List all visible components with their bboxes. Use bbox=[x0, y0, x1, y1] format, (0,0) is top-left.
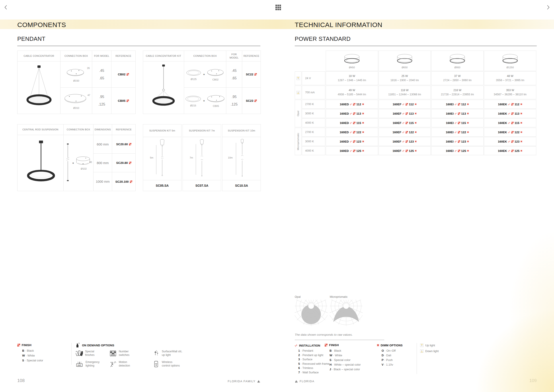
ref-code: 160ED bbox=[340, 112, 349, 115]
separator: · bbox=[332, 349, 333, 352]
ref-suffix: 112 bbox=[356, 103, 361, 106]
installation-icon: ✂ bbox=[507, 112, 511, 116]
install-value: Pendant bbox=[303, 349, 313, 352]
ring-luminaire-icon bbox=[499, 53, 521, 66]
reference-cell: 160EF✂113✖ bbox=[379, 109, 431, 118]
ring-diagram-icon bbox=[184, 94, 202, 103]
ref-code: 160ED bbox=[340, 149, 349, 153]
dimm-options-icon: ✖ bbox=[467, 121, 469, 124]
finish-legend-items: B · Black W · White S · Special color bbox=[22, 349, 43, 362]
plus-sign: + bbox=[203, 99, 205, 102]
grid-menu-icon[interactable] bbox=[276, 5, 281, 10]
ref-suffix: 112 bbox=[461, 103, 466, 106]
column-header: CENTRAL ROD SUSPENSION bbox=[18, 124, 64, 135]
finish-icon bbox=[458, 122, 460, 124]
od-label: Special bbox=[85, 350, 94, 353]
dimm-value: On–Off bbox=[387, 349, 396, 352]
kelvin-label: 4000 K bbox=[302, 119, 325, 127]
od-label: up light bbox=[162, 353, 171, 357]
finish-icon bbox=[406, 140, 408, 143]
dimension-value: 1000 mm bbox=[96, 178, 110, 185]
diameter-label: Ø125 bbox=[191, 78, 197, 80]
kit-code: SC05.SA bbox=[143, 180, 181, 191]
finish-icon bbox=[353, 150, 355, 152]
separator: · bbox=[301, 366, 302, 370]
kelvin-label: 2700 K bbox=[302, 100, 325, 109]
down-light-icon bbox=[420, 350, 423, 353]
finish-icon bbox=[254, 99, 257, 102]
finish-value: Black bbox=[334, 349, 341, 352]
model-value: .95 bbox=[232, 93, 236, 101]
group-name: Microprismatic bbox=[297, 133, 299, 150]
dimm-title-row: ✖ DIMM OPTIONS bbox=[377, 343, 403, 347]
dimm-options-icon: ✖ bbox=[520, 121, 522, 124]
install-key: 1 bbox=[298, 349, 300, 352]
special-finishes-icon bbox=[76, 350, 83, 357]
ref-suffix: 123 bbox=[515, 140, 520, 143]
section-title-pendant: PENDANT bbox=[17, 35, 45, 42]
finish-icon bbox=[126, 73, 129, 76]
dimm-options-icon: ✖ bbox=[520, 149, 522, 152]
dimm-options-icon: ✖ bbox=[362, 140, 364, 143]
model-value: .45 bbox=[232, 67, 236, 75]
model-value: .125 bbox=[231, 101, 238, 108]
connection-box-drawing: Ø125 + CB02 bbox=[184, 61, 226, 88]
box-label: CB05 bbox=[213, 105, 219, 107]
finish-key: B bbox=[330, 349, 332, 352]
install-key: 7 bbox=[298, 371, 300, 374]
diameter-label: Ø102 bbox=[81, 168, 87, 170]
installation-icon: ✂ bbox=[454, 130, 457, 134]
model-diameter: Ø1250 bbox=[506, 66, 514, 69]
wattage: 353 W bbox=[506, 88, 514, 92]
dimm-key: O bbox=[381, 349, 384, 352]
reference-code: CB02 bbox=[118, 73, 126, 76]
dimm-options-icon: ✖ bbox=[520, 131, 522, 134]
finish-key: H bbox=[330, 363, 332, 366]
ref-code: 160EF bbox=[392, 140, 401, 143]
model-value: .65 bbox=[99, 75, 104, 82]
ref-code: 160ED bbox=[340, 103, 349, 106]
down-light-icon bbox=[295, 86, 301, 99]
ref-suffix: 113 bbox=[515, 112, 519, 115]
finish-icon bbox=[511, 131, 514, 133]
box-label: CB02 bbox=[213, 78, 219, 81]
group-name: Opal bbox=[297, 111, 299, 116]
ref-code: 160ED bbox=[340, 121, 349, 125]
column-header: FOR MODEL bbox=[92, 51, 111, 61]
ref-suffix: 125 bbox=[461, 149, 466, 153]
model-column-header: Ø450 bbox=[326, 50, 378, 71]
finish-icon bbox=[458, 112, 460, 115]
finish-icon bbox=[458, 131, 460, 133]
number-switches-icon bbox=[110, 350, 117, 357]
ref-suffix: 122 bbox=[515, 131, 520, 134]
connection-box-diagram-icon bbox=[63, 92, 90, 106]
installation-icon: ✂ bbox=[349, 121, 353, 125]
finish-right-items: B · Black W · White S · Special color H … bbox=[330, 349, 361, 371]
diameter-label: Ø215 bbox=[190, 104, 196, 107]
reference-cell: 160EI✂122✖ bbox=[431, 128, 484, 137]
next-page-chevron-icon[interactable] bbox=[546, 5, 550, 10]
ref-code: 160EK bbox=[498, 112, 507, 115]
reference-cell: 160EI✂112✖ bbox=[431, 100, 484, 109]
ref-suffix: 122 bbox=[461, 131, 466, 134]
canopy-diagram-icon bbox=[206, 94, 226, 104]
diffuser-group-label: Opal bbox=[295, 100, 301, 127]
finish-icon bbox=[254, 73, 257, 76]
reference-cell: 160ED✂113✖ bbox=[326, 109, 378, 118]
brand-logo-icon bbox=[295, 380, 298, 383]
power-cell: 216 W 21728 – 22814 – 23955 lm bbox=[431, 86, 484, 99]
prev-page-chevron-icon[interactable] bbox=[4, 5, 8, 10]
wattage: 18 W bbox=[349, 74, 355, 78]
kit-title: SUSPENSION KIT 7m bbox=[183, 124, 221, 137]
finish-icon bbox=[511, 140, 514, 143]
wattage: 118 W bbox=[401, 88, 409, 92]
central-rod-suspension-table: CENTRAL ROD SUSPENSION CONNECTION BOX DI… bbox=[17, 124, 136, 191]
reference-cell: 160EI✂115✖ bbox=[431, 119, 484, 127]
ref-suffix: 113 bbox=[356, 112, 361, 115]
ref-code: 160EI bbox=[446, 103, 454, 106]
ref-code: 160EF bbox=[393, 121, 402, 125]
installation-icon: ✂ bbox=[507, 102, 511, 106]
dimm-options-icon: ✖ bbox=[362, 112, 364, 115]
power-standard-table: 24 V 18 W 1287 – 1346 – 1445 lm 25 W 181… bbox=[295, 71, 536, 155]
for-model-cell: .95 .125 bbox=[92, 88, 111, 114]
